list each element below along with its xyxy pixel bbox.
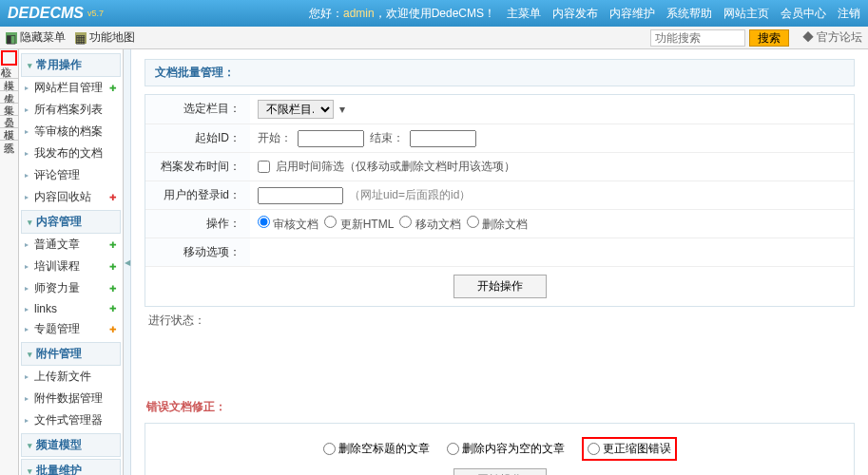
page-title: 文档批量管理： [145, 59, 855, 86]
tab-generate[interactable]: 生成 [0, 79, 18, 91]
nav-publish[interactable]: 内容发布 [552, 6, 598, 22]
sidebar-group-head[interactable]: 频道模型 [21, 433, 121, 457]
label-pubtime: 档案发布时间： [145, 153, 250, 180]
fix-opt-thumb[interactable]: 更正缩图错误 [582, 437, 677, 461]
user-link[interactable]: admin [343, 7, 375, 20]
logo: DEDECMS [8, 5, 84, 22]
tab-member[interactable]: 会员 [0, 104, 18, 116]
splitter[interactable] [124, 49, 131, 475]
nav-maintain[interactable]: 内容维护 [609, 6, 655, 22]
toolbar: ◧ 隐藏菜单 ▦ 功能地图 搜索 ◆ 官方论坛 [0, 27, 868, 49]
label-start: 开始： [258, 130, 292, 146]
label-startid: 起始ID： [145, 124, 250, 152]
sidebar-item[interactable]: 评论管理 [21, 164, 121, 186]
end-input[interactable] [410, 130, 476, 147]
menu-icon: ◧ [6, 32, 17, 44]
tab-collect[interactable]: 采集 [0, 91, 18, 104]
sidebar-group-head[interactable]: 内容管理 [21, 210, 121, 234]
action-radios: 审核文档 更新HTML 移动文档 删除文档 [250, 210, 854, 238]
userid-hint: （网址uid=后面跟的id） [349, 187, 471, 203]
hide-menu-button[interactable]: ◧ 隐藏菜单 [6, 29, 66, 46]
nav-logout[interactable]: 注销 [838, 6, 860, 22]
main-content: 文档批量管理： 选定栏目： 不限栏目... ▾ 起始ID： 开始： 结束： [131, 49, 868, 475]
radio-audit[interactable]: 审核文档 [258, 216, 318, 233]
add-icon[interactable]: ✚ [109, 193, 117, 202]
forum-link[interactable]: ◆ 官方论坛 [802, 29, 862, 46]
sidebar-item[interactable]: 等审核的档案 [21, 121, 121, 142]
status-label: 进行状态： [145, 307, 855, 334]
nav-home[interactable]: 网站主页 [723, 6, 769, 22]
sidebar-item[interactable]: 文件式管理器 [21, 409, 121, 431]
chevron-down-icon: ▾ [339, 103, 345, 116]
search-input[interactable] [650, 29, 745, 47]
search-button[interactable]: 搜索 [749, 29, 789, 47]
sidebar-item[interactable]: 培训课程✚ [21, 256, 121, 277]
header-links: 您好：admin，欢迎使用DedeCMS！ 主菜单 内容发布 内容维护 系统帮助… [309, 6, 860, 22]
sidebar-item[interactable]: 我发布的文档 [21, 142, 121, 164]
label-moveopt: 移动选项： [145, 238, 250, 266]
nav-member[interactable]: 会员中心 [781, 6, 826, 22]
sitemap-icon: ▦ [75, 32, 87, 44]
tab-core[interactable]: 核心 [1, 50, 17, 66]
sidebar-item[interactable]: 上传新文件 [21, 366, 121, 388]
tab-module[interactable]: 模块 [0, 66, 18, 79]
sidebar-group-head[interactable]: 常用操作 [21, 53, 121, 77]
add-icon[interactable]: ✚ [109, 325, 117, 334]
nav-main[interactable]: 主菜单 [507, 6, 541, 22]
left-tabs: 核心 模块 生成 采集 会员 模板 系统 [0, 49, 19, 475]
fix-opt-empty-body[interactable]: 删除内容为空的文章 [447, 441, 565, 457]
add-icon[interactable]: ✚ [109, 284, 117, 294]
pubtime-checkbox[interactable] [258, 161, 270, 173]
sidebar-item[interactable]: 普通文章✚ [21, 234, 121, 256]
welcome-text: 您好：admin，欢迎使用DedeCMS！ [309, 6, 495, 22]
radio-html[interactable]: 更新HTML [324, 216, 394, 233]
batch-form: 选定栏目： 不限栏目... ▾ 起始ID： 开始： 结束： 档案发布时间： [145, 94, 855, 307]
add-icon[interactable]: ✚ [109, 262, 117, 272]
sidebar-item[interactable]: 附件数据管理 [21, 388, 121, 409]
fix-box: 删除空标题的文章 删除内容为空的文章 更正缩图错误 开始操作 [145, 423, 855, 475]
add-icon[interactable]: ✚ [109, 240, 117, 250]
sidebar-group-head[interactable]: 附件管理 [21, 342, 121, 366]
sidebar-item[interactable]: 所有档案列表 [21, 99, 121, 121]
radio-delete[interactable]: 删除文档 [467, 216, 528, 233]
start-input[interactable] [298, 130, 364, 147]
start-button[interactable]: 开始操作 [453, 275, 547, 298]
sidebar-item[interactable]: 内容回收站✚ [21, 186, 121, 208]
version: v5.7 [87, 9, 104, 18]
tab-template[interactable]: 模板 [0, 116, 18, 128]
app-header: DEDECMS v5.7 您好：admin，欢迎使用DedeCMS！ 主菜单 内… [0, 0, 868, 27]
sidebar-item[interactable]: links✚ [21, 299, 121, 318]
add-icon[interactable]: ✚ [109, 304, 117, 314]
sidebar-item[interactable]: 网站栏目管理✚ [21, 77, 121, 99]
label-end: 结束： [370, 130, 404, 146]
column-select[interactable]: 不限栏目... [258, 100, 334, 119]
tab-system[interactable]: 系统 [0, 128, 18, 141]
sidebar-item[interactable]: 专题管理✚ [21, 318, 121, 340]
fix-title: 错误文档修正： [145, 391, 855, 423]
pubtime-opt-text: 启用时间筛选（仅移动或删除文档时用该选项） [276, 159, 515, 175]
label-action: 操作： [145, 210, 250, 238]
sidebar-item[interactable]: 师资力量✚ [21, 277, 121, 299]
fix-opt-empty-title[interactable]: 删除空标题的文章 [323, 441, 430, 457]
nav-help[interactable]: 系统帮助 [666, 6, 712, 22]
label-column: 选定栏目： [145, 95, 250, 124]
userid-input[interactable] [258, 187, 343, 204]
fix-start-button[interactable]: 开始操作 [453, 468, 547, 475]
sitemap-button[interactable]: ▦ 功能地图 [75, 29, 135, 46]
sidebar: 常用操作网站栏目管理✚所有档案列表等审核的档案我发布的文档评论管理内容回收站✚内… [19, 49, 124, 475]
sidebar-group-head[interactable]: 批量维护 [21, 459, 121, 475]
radio-move[interactable]: 移动文档 [399, 216, 460, 233]
add-icon[interactable]: ✚ [109, 84, 117, 93]
label-userid: 用户的登录id： [145, 181, 250, 209]
